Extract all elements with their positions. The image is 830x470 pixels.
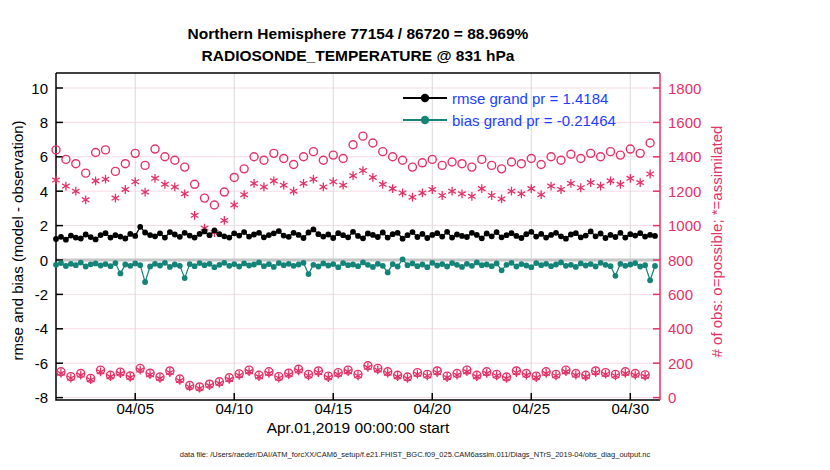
svg-text:1000: 1000	[668, 217, 701, 234]
figure-window: Northern Hemisphere 77154 / 86720 = 88.9…	[0, 0, 830, 470]
legend: rmse grand pr = 1.4184 bias grand pr = -…	[402, 87, 616, 131]
svg-text:-6: -6	[35, 355, 48, 372]
legend-row-rmse: rmse grand pr = 1.4184	[402, 87, 616, 109]
svg-text:04/15: 04/15	[314, 400, 352, 417]
svg-text:6: 6	[40, 148, 48, 165]
svg-text:04/20: 04/20	[413, 400, 451, 417]
svg-text:04/05: 04/05	[116, 400, 154, 417]
svg-text:04/10: 04/10	[215, 400, 253, 417]
svg-text:10: 10	[31, 80, 48, 97]
svg-text:-8: -8	[35, 389, 48, 406]
svg-text:04/30: 04/30	[612, 400, 650, 417]
svg-text:600: 600	[668, 286, 693, 303]
svg-text:1600: 1600	[668, 114, 701, 131]
plot-canvas: 1086420-2-4-6-81800160014001200100080060…	[0, 0, 830, 470]
legend-label-rmse: rmse grand pr = 1.4184	[452, 90, 608, 107]
x-axis-label: Apr.01,2019 00:00:00 start	[56, 419, 660, 437]
rmse-line-sample-icon	[402, 92, 448, 104]
svg-text:2: 2	[40, 217, 48, 234]
svg-text:-4: -4	[35, 320, 48, 337]
svg-text:8: 8	[40, 114, 48, 131]
svg-text:1200: 1200	[668, 183, 701, 200]
left-axis-label: rmse and bias (model - observation)	[9, 121, 26, 361]
svg-text:04/25: 04/25	[513, 400, 551, 417]
legend-row-bias: bias grand pr = -0.21464	[402, 109, 616, 131]
svg-text:200: 200	[668, 355, 693, 372]
svg-text:800: 800	[668, 252, 693, 269]
svg-text:400: 400	[668, 320, 693, 337]
legend-label-bias: bias grand pr = -0.21464	[452, 112, 616, 129]
bias-line-sample-icon	[402, 114, 448, 126]
svg-text:0: 0	[40, 252, 48, 269]
svg-text:4: 4	[40, 183, 48, 200]
data-file-path: data file: /Users/raeder/DAI/ATM_forcXX/…	[0, 450, 830, 459]
svg-text:1400: 1400	[668, 148, 701, 165]
svg-text:0: 0	[668, 389, 676, 406]
svg-text:1800: 1800	[668, 80, 701, 97]
right-axis-label: # of obs: o=possible; *=assimilated	[708, 117, 725, 367]
svg-text:-2: -2	[35, 286, 48, 303]
